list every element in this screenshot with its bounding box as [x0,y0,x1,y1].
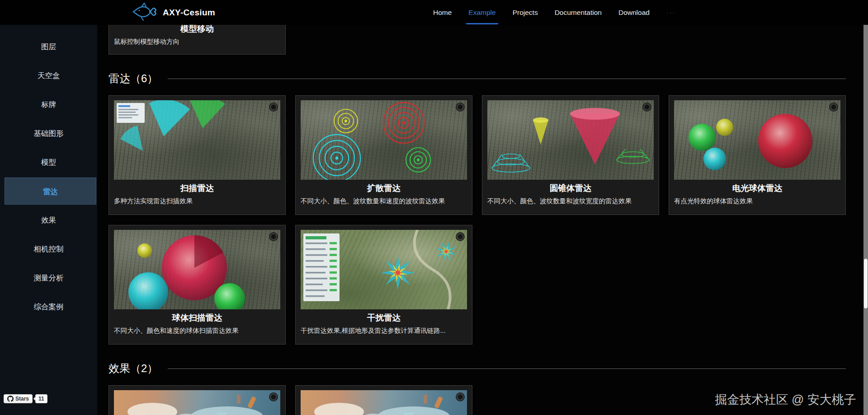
main-nav: Home Example Projects Documentation Down… [433,0,676,25]
fish-logo-icon [132,2,158,23]
jamming-radar-thumbnail[interactable] [301,230,467,309]
sidebar-item-model[interactable]: 模型 [0,149,97,176]
zoom-icon[interactable] [269,103,278,112]
brand[interactable]: AXY-Cesium [132,0,215,25]
card-title: 球体扫描雷达 [114,312,280,323]
sidebar-item-camera-control[interactable]: 相机控制 [0,235,97,262]
card-desc: 不同大小、颜色、波纹数量和速度的波纹雷达效果 [301,196,467,206]
github-octocat-icon [7,396,14,402]
watermark: 掘金技术社区 @ 安大桃子 [715,392,856,408]
page: AXY-Cesium Home Example Projects Documen… [0,0,868,415]
card-desc: 不同大小、颜色和速度的球体扫描雷达效果 [114,326,280,336]
zoom-icon[interactable] [456,392,465,401]
nav-link-documentation[interactable]: Documentation [555,0,602,25]
ellipsis-icon[interactable]: ··· [666,9,676,16]
section-title: 雷达（6） [108,71,158,86]
card-title: 干扰雷达 [301,312,467,323]
card-ripple-radar[interactable]: 扩散雷达 不同大小、颜色、波纹数量和速度的波纹雷达效果 [295,95,472,215]
zoom-icon[interactable] [829,103,838,112]
card-title: 扩散雷达 [301,183,467,194]
glow-sphere-radar-thumbnail[interactable] [674,100,840,180]
zoom-icon[interactable] [642,103,651,112]
card-desc: 有点光特效的球体雷达效果 [674,196,840,206]
section-divider [168,79,846,79]
cone-radar-thumbnail[interactable] [487,100,654,180]
section-header-effects: 效果（2） [108,361,846,376]
github-star-count[interactable]: 11 [35,394,47,403]
section-title: 效果（2） [108,361,158,376]
sidebar-item-basic-shapes[interactable]: 基础图形 [0,120,97,147]
card-jamming-radar[interactable]: 干扰雷达 干扰雷达效果,根据地形及雷达参数计算通讯链路... [295,225,472,345]
nav-link-example[interactable]: Example [468,0,495,25]
card-desc: 不同大小、颜色、波纹数量和波纹宽度的雷达效果 [487,196,654,206]
nav-link-download[interactable]: Download [618,0,650,25]
sidebar: 图层 天空盒 标牌 基础图形 模型 雷达 效果 相机控制 测量分析 综合案例 [0,25,97,415]
card-sphere-scan-radar[interactable]: 球体扫描雷达 不同大小、颜色和速度的球体扫描雷达效果 [108,225,286,345]
card-title: 电光球体雷达 [674,183,840,194]
card-effect-2[interactable] [295,385,472,415]
card-desc: 干扰雷达效果,根据地形及雷达参数计算通讯链路... [301,326,467,336]
scrollbar-track[interactable] [863,25,868,415]
github-star-widget: Stars 11 [4,394,47,403]
zoom-icon[interactable] [456,232,465,241]
ripple-radar-thumbnail[interactable] [301,100,467,180]
scan-radar-thumbnail[interactable] [114,100,280,180]
sidebar-item-effects[interactable]: 效果 [0,206,97,233]
sidebar-item-skybox[interactable]: 天空盒 [0,62,97,89]
card-cone-radar[interactable]: 圆锥体雷达 不同大小、颜色、波纹数量和波纹宽度的雷达效果 [482,95,659,215]
brand-title: AXY-Cesium [163,8,215,18]
card-scan-radar[interactable]: 扫描雷达 多种方法实现雷达扫描效果 [108,95,286,215]
github-star-label: Stars [15,396,29,402]
main-content: 模型移动 鼠标控制模型移动方向 雷达（6） [97,25,863,415]
top-navbar: AXY-Cesium Home Example Projects Documen… [0,0,868,25]
world-map-thumbnail[interactable] [114,390,280,415]
card-title: 扫描雷达 [114,183,280,194]
zoom-icon[interactable] [269,232,278,241]
radar-card-grid: 扫描雷达 多种方法实现雷达扫描效果 [108,95,863,345]
sidebar-item-layers[interactable]: 图层 [0,33,97,60]
nav-link-projects[interactable]: Projects [513,0,538,25]
card-title: 模型移动 [114,25,280,34]
card-glow-sphere-radar[interactable]: 电光球体雷达 有点光特效的球体雷达效果 [669,95,846,215]
card-model-move[interactable]: 模型移动 鼠标控制模型移动方向 [108,25,286,55]
sidebar-item-comprehensive-cases[interactable]: 综合案例 [0,293,97,320]
section-header-radar: 雷达（6） [108,71,846,86]
zoom-icon[interactable] [269,392,278,401]
scrollbar-thumb[interactable] [864,259,868,308]
card-desc: 鼠标控制模型移动方向 [114,37,280,47]
github-star-button[interactable]: Stars [4,394,33,403]
sphere-scan-radar-thumbnail[interactable] [114,230,280,309]
sidebar-item-billboard[interactable]: 标牌 [0,91,97,118]
sidebar-item-radar[interactable]: 雷达 [5,177,96,205]
section-divider [168,368,846,369]
zoom-icon[interactable] [456,103,465,112]
card-title: 圆锥体雷达 [487,183,654,194]
sidebar-item-measure-analysis[interactable]: 测量分析 [0,264,97,291]
card-desc: 多种方法实现雷达扫描效果 [114,196,280,206]
world-map-thumbnail[interactable] [301,390,467,415]
nav-link-home[interactable]: Home [433,0,452,25]
card-effect-1[interactable] [108,385,286,415]
